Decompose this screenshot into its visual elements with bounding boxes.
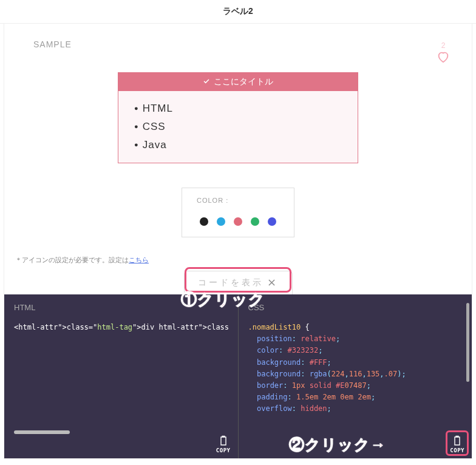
color-swatch-pink[interactable] bbox=[234, 217, 242, 226]
check-icon bbox=[203, 77, 210, 87]
close-icon bbox=[268, 278, 275, 288]
list-item: CSS bbox=[134, 118, 344, 136]
icon-note: ＊アイコンの設定が必要です。設定はこちら bbox=[4, 237, 472, 271]
scrollbar-vertical[interactable] bbox=[466, 303, 469, 382]
main-panel: SAMPLE 2 ここにタイトル HTML CSS Java bbox=[4, 24, 472, 459]
toggle-code-button[interactable]: コードを表示 bbox=[184, 271, 293, 294]
sample-label: SAMPLE bbox=[33, 39, 72, 66]
color-picker: COLOR : bbox=[182, 188, 294, 237]
html-title: HTML bbox=[14, 303, 228, 312]
html-pane: HTML <html-attr">class="html-tag">div ht… bbox=[4, 294, 238, 458]
color-swatch-blue[interactable] bbox=[217, 217, 225, 226]
list-item: HTML bbox=[134, 100, 344, 118]
html-code[interactable]: <html-attr">class="html-tag">div html-at… bbox=[14, 322, 228, 333]
note-link[interactable]: こちら bbox=[129, 256, 149, 263]
like-count: 2 bbox=[441, 41, 446, 50]
copy-html-button[interactable]: COPY bbox=[216, 435, 231, 453]
color-swatch-black[interactable] bbox=[200, 217, 208, 226]
like-widget[interactable]: 2 bbox=[437, 39, 450, 66]
heart-icon bbox=[437, 50, 450, 66]
demo-box: ここにタイトル HTML CSS Java bbox=[118, 72, 358, 163]
css-title: CSS bbox=[248, 303, 463, 312]
list-item: Java bbox=[134, 136, 344, 154]
page-title: ラベル2 bbox=[0, 0, 476, 23]
color-label: COLOR : bbox=[197, 197, 279, 204]
demo-header: ここにタイトル bbox=[118, 73, 358, 91]
color-swatch-green[interactable] bbox=[251, 217, 259, 226]
css-pane: CSS .nomadList10 { position: relative; c… bbox=[238, 294, 472, 458]
color-swatch-indigo[interactable] bbox=[268, 217, 276, 226]
scrollbar-horizontal[interactable] bbox=[14, 430, 70, 434]
css-code[interactable]: .nomadList10 { position: relative; color… bbox=[248, 322, 463, 415]
copy-css-button[interactable]: COPY bbox=[450, 435, 464, 453]
demo-body: HTML CSS Java bbox=[118, 91, 358, 163]
code-area: HTML <html-attr">class="html-tag">div ht… bbox=[4, 294, 472, 458]
demo-title: ここにタイトル bbox=[214, 76, 273, 87]
